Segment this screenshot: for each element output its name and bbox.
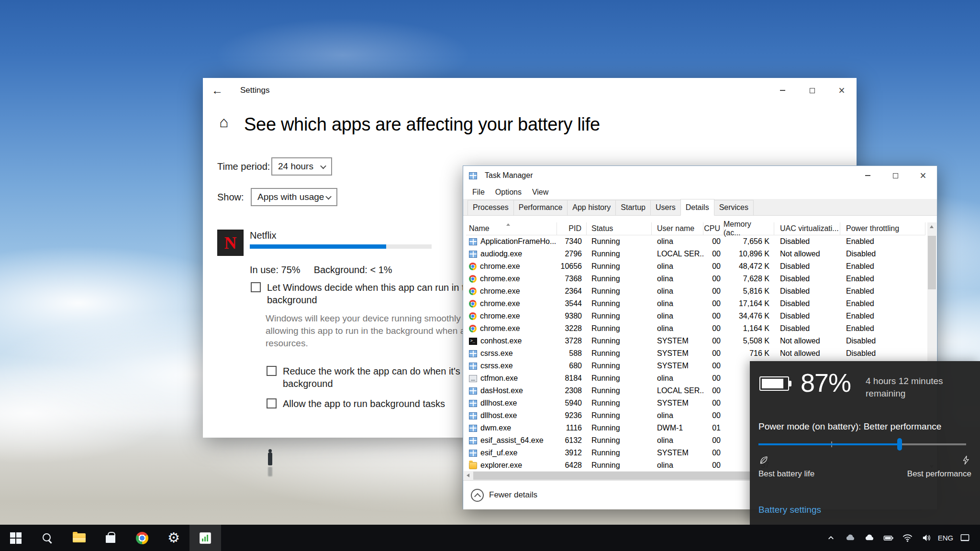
search-button[interactable]: [32, 525, 63, 551]
start-button[interactable]: [0, 525, 32, 551]
settings-minimize-button[interactable]: [768, 78, 797, 103]
column-header-power-throttling[interactable]: Power throttling: [840, 222, 925, 235]
process-row-chrome-exe[interactable]: chrome.exe3544Runningolina0017,164 KDisa…: [466, 298, 925, 310]
fewer-details-label: Fewer details: [489, 490, 537, 500]
process-row-conhost-exe[interactable]: conhost.exe3728RunningSYSTEM005,508 KNot…: [466, 335, 925, 347]
column-header-pid[interactable]: PID: [557, 222, 587, 235]
power-mode-slider[interactable]: [758, 438, 966, 451]
app-name: Netflix: [250, 230, 277, 241]
tab-performance[interactable]: Performance: [513, 200, 568, 215]
cell-cpu: 00: [703, 322, 724, 335]
process-row-chrome-exe[interactable]: chrome.exe2364Runningolina005,816 KDisab…: [466, 285, 925, 298]
tab-details[interactable]: Details: [680, 199, 714, 216]
settings-button[interactable]: [158, 525, 189, 551]
cell-user-name: olina: [652, 235, 703, 248]
tab-processes[interactable]: Processes: [468, 200, 514, 215]
cell-status: Running: [587, 273, 652, 285]
show-dropdown[interactable]: Apps with usage: [251, 188, 337, 206]
process-row-chrome-exe[interactable]: chrome.exe10656Runningolina0048,472 KDis…: [466, 260, 925, 273]
cell-uac: Disabled: [774, 273, 840, 285]
cell-user-name: olina: [652, 409, 703, 422]
tab-app-history[interactable]: App history: [567, 200, 616, 215]
process-row-csrss-exe[interactable]: csrss.exe588RunningSYSTEM00716 KNot allo…: [466, 347, 925, 360]
volume-button[interactable]: [917, 525, 936, 551]
battery-settings-link[interactable]: Battery settings: [758, 505, 821, 515]
cell-pid: 8184: [557, 372, 587, 385]
menu-file[interactable]: File: [467, 188, 490, 197]
home-icon[interactable]: ⌂: [219, 113, 228, 131]
language-indicator[interactable]: ENG: [936, 525, 955, 551]
cell-status: Running: [587, 422, 652, 434]
tab-users[interactable]: Users: [650, 200, 681, 215]
tab-services[interactable]: Services: [714, 200, 754, 215]
power-slider-thumb[interactable]: [897, 438, 902, 451]
settings-close-button[interactable]: ×: [827, 78, 857, 103]
chrome-button[interactable]: [126, 525, 158, 551]
window-icon: [469, 412, 477, 419]
checkbox-icon[interactable]: [251, 282, 261, 292]
menu-options[interactable]: Options: [490, 188, 527, 197]
window-icon: [469, 450, 477, 457]
cloud-button[interactable]: [859, 525, 879, 551]
process-row-chrome-exe[interactable]: chrome.exe7368Runningolina007,628 KDisab…: [466, 273, 925, 285]
tab-startup[interactable]: Startup: [615, 200, 651, 215]
network-button[interactable]: [898, 525, 917, 551]
cell-power-throttling: Disabled: [840, 347, 925, 360]
battery-tray-button[interactable]: [879, 525, 898, 551]
cell-uac: Not allowed: [774, 248, 840, 260]
scroll-left-arrow-icon[interactable]: [467, 474, 469, 477]
close-icon: ×: [838, 85, 845, 96]
process-row-chrome-exe[interactable]: chrome.exe9380Runningolina0034,476 KDisa…: [466, 310, 925, 322]
column-header-uac-virtualizati[interactable]: UAC virtualizati...: [774, 222, 840, 235]
cell-status: Running: [587, 397, 652, 409]
column-header-cpu[interactable]: CPU: [703, 222, 724, 235]
cell-memory: 17,164 K: [724, 298, 774, 310]
vertical-scrollbar-thumb[interactable]: [928, 236, 936, 289]
cell-pid: 6428: [557, 459, 587, 472]
fewer-details-button[interactable]: Fewer details: [471, 489, 537, 502]
action-center-button[interactable]: [955, 525, 974, 551]
column-header-status[interactable]: Status: [587, 222, 652, 235]
power-slider-fill: [758, 443, 900, 445]
settings-window-title: Settings: [240, 86, 269, 95]
cell-memory: 7,656 K: [724, 235, 774, 248]
process-row-audiodg-exe[interactable]: audiodg.exe2796RunningLOCAL SER...0010,8…: [466, 248, 925, 260]
cell-pid: 2308: [557, 385, 587, 397]
tray-expand-button[interactable]: [821, 525, 840, 551]
cell-name: audiodg.exe: [466, 248, 557, 260]
process-row-chrome-exe[interactable]: chrome.exe3228Runningolina001,164 KDisab…: [466, 322, 925, 335]
tm-minimize-button[interactable]: [854, 166, 881, 185]
back-button[interactable]: ←: [203, 78, 232, 103]
close-icon: ×: [920, 170, 926, 181]
task-manager-title: Task Manager: [485, 171, 533, 180]
process-row-applicationframeho[interactable]: ApplicationFrameHo...7340Runningolina007…: [466, 235, 925, 248]
checkbox-icon[interactable]: [267, 398, 277, 408]
cell-cpu: 00: [703, 360, 724, 372]
time-period-dropdown[interactable]: 24 hours: [271, 157, 332, 176]
wifi-icon: [902, 532, 913, 543]
column-header-name[interactable]: Name: [466, 222, 557, 235]
task-manager-button[interactable]: [189, 525, 221, 551]
store-button[interactable]: [95, 525, 126, 551]
cell-status: Running: [587, 248, 652, 260]
battery-remaining: 4 hours 12 minutes remaining: [866, 375, 961, 400]
cell-pid: 7368: [557, 273, 587, 285]
checkbox-icon[interactable]: [267, 366, 277, 376]
onedrive-button[interactable]: [840, 525, 859, 551]
cell-cpu: 00: [703, 285, 724, 298]
battery-percent: 87%: [801, 368, 851, 397]
tm-close-button[interactable]: ×: [909, 166, 937, 185]
file-explorer-button[interactable]: [63, 525, 95, 551]
menu-view[interactable]: View: [527, 188, 554, 197]
cell-pid: 5940: [557, 397, 587, 409]
column-header-memory-ac[interactable]: Memory (ac...: [724, 222, 774, 235]
settings-maximize-button[interactable]: [797, 78, 827, 103]
column-header-user-name[interactable]: User name: [652, 222, 703, 235]
horizontal-scrollbar-thumb[interactable]: [473, 472, 770, 480]
checkbox-let-windows-decide[interactable]: Let Windows decide when this app can run…: [251, 281, 497, 306]
scroll-up-arrow-icon[interactable]: [930, 225, 934, 228]
tm-maximize-button[interactable]: [881, 166, 909, 185]
cell-memory: 10,896 K: [724, 248, 774, 260]
chrome-icon: [469, 263, 477, 270]
cell-status: Running: [587, 360, 652, 372]
